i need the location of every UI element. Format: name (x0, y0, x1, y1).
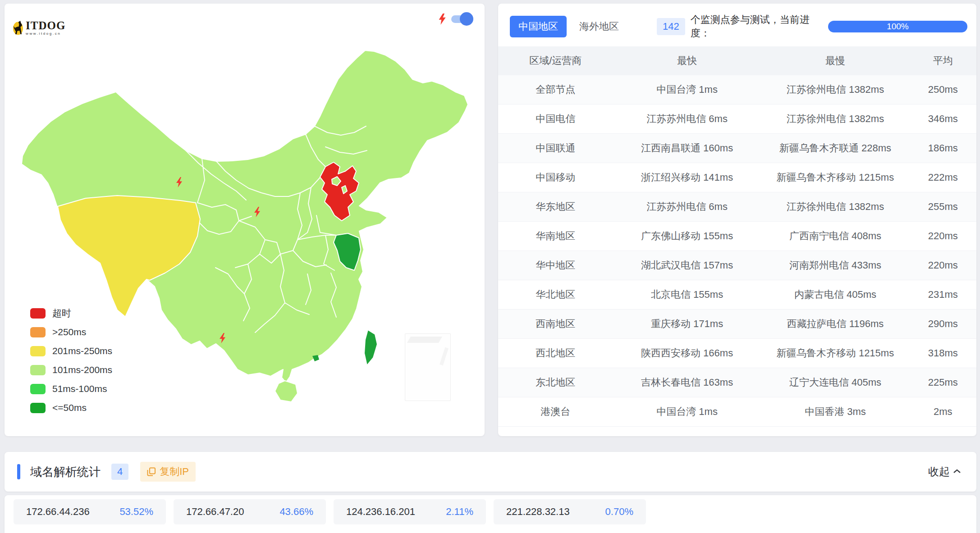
latency-table: 区域/运营商 最快 最慢 平均 全部节点 中国台湾 1ms 江苏徐州电信 138… (498, 46, 976, 427)
table-header: 区域/运营商 最快 最慢 平均 (498, 46, 976, 75)
table-row: 西北地区 陕西西安移动 166ms 新疆乌鲁木齐移动 1215ms 318ms (498, 339, 976, 368)
legend-swatch (30, 308, 46, 319)
legend-swatch (30, 384, 46, 394)
ip-address: 221.228.32.13 (506, 506, 570, 518)
cell-average: 250ms (909, 84, 976, 96)
map-region-taiwan (364, 330, 377, 365)
ip-item: 172.66.44.236 53.52% (14, 499, 166, 524)
copy-ip-label: 复制IP (160, 465, 189, 478)
cell-slowest: 河南郑州电信 433ms (761, 259, 910, 272)
map-panel: ITDOG www.itdog.cn (5, 4, 485, 436)
cell-slowest: 西藏拉萨电信 1196ms (761, 317, 910, 331)
tabs-row: 中国地区 海外地区 142 个监测点参与测试，当前进度： 100% (498, 4, 976, 38)
table-row: 西南地区 重庆移动 171ms 西藏拉萨电信 1196ms 290ms (498, 310, 976, 339)
cell-fastest: 吉林长春电信 163ms (613, 376, 761, 389)
cell-average: 290ms (909, 318, 976, 330)
ip-list-panel: 172.66.44.236 53.52% 172.66.47.20 43.66%… (5, 495, 976, 533)
brand-name: ITDOG (26, 20, 65, 32)
tab-overseas[interactable]: 海外地区 (577, 16, 622, 37)
cell-average: 222ms (909, 172, 976, 183)
table-row: 华东地区 江苏苏州电信 6ms 江苏徐州电信 1382ms 255ms (498, 192, 976, 222)
cell-region: 华南地区 (498, 229, 613, 243)
itdog-dog-icon (13, 20, 24, 35)
ip-item: 221.228.32.13 0.70% (494, 499, 646, 524)
cell-average: 255ms (909, 201, 976, 213)
table-row: 华南地区 广东佛山移动 155ms 广西南宁电信 408ms 220ms (498, 222, 976, 251)
cell-region: 华北地区 (498, 288, 613, 301)
legend-label: <=50ms (52, 402, 87, 413)
table-row: 华北地区 北京电信 155ms 内蒙古电信 405ms 231ms (498, 280, 976, 310)
ip-item: 124.236.16.201 2.11% (334, 499, 486, 524)
cell-slowest: 辽宁大连电信 405ms (761, 376, 910, 389)
legend-label: 201ms-250ms (52, 346, 112, 356)
cell-fastest: 江苏苏州电信 6ms (613, 200, 761, 214)
dns-stats-panel: 域名解析统计 4 复制IP 收起 (5, 452, 976, 492)
map-mode-toggle[interactable] (451, 15, 472, 23)
tab-china[interactable]: 中国地区 (510, 16, 567, 37)
cell-slowest: 新疆乌鲁木齐联通 228ms (761, 141, 910, 155)
cell-slowest: 新疆乌鲁木齐移动 1215ms (761, 346, 910, 360)
cell-average: 220ms (909, 260, 976, 271)
cell-slowest: 江苏徐州电信 1382ms (761, 112, 910, 126)
copy-ip-button[interactable]: 复制IP (140, 462, 196, 482)
toggle-knob (460, 12, 473, 26)
legend-swatch (30, 327, 46, 337)
cell-average: 220ms (909, 230, 976, 242)
cell-fastest: 中国台湾 1ms (613, 405, 761, 419)
cell-slowest: 中国香港 3ms (761, 405, 910, 419)
cell-average: 225ms (909, 377, 976, 388)
map-region-hainan (275, 381, 298, 402)
cell-slowest: 江苏徐州电信 1382ms (761, 200, 910, 214)
results-panel: 中国地区 海外地区 142 个监测点参与测试，当前进度： 100% 区域/运营商… (498, 4, 976, 436)
monitor-count-badge: 142 (657, 18, 685, 35)
collapse-button[interactable]: 收起 (928, 465, 961, 479)
legend-item: 201ms-250ms (30, 346, 112, 356)
legend-item: >250ms (30, 327, 112, 337)
table-row: 东北地区 吉林长春电信 163ms 辽宁大连电信 405ms 225ms (498, 368, 976, 397)
cell-fastest: 江西南昌联通 160ms (613, 141, 761, 155)
cell-region: 西南地区 (498, 317, 613, 331)
dns-count-badge: 4 (111, 464, 128, 480)
legend-label: 51ms-100ms (52, 383, 107, 394)
collapse-label: 收起 (928, 465, 950, 479)
monitor-summary: 142 个监测点参与测试，当前进度： 100% (657, 13, 967, 40)
ip-address: 172.66.44.236 (26, 506, 90, 518)
header-average: 平均 (909, 54, 976, 68)
cell-fastest: 江苏苏州电信 6ms (613, 112, 761, 126)
legend-label: >250ms (52, 327, 86, 337)
cell-fastest: 浙江绍兴移动 141ms (613, 171, 761, 184)
progress-bar: 100% (828, 21, 967, 32)
dns-title: 域名解析统计 (30, 464, 101, 480)
cell-fastest: 广东佛山移动 155ms (613, 229, 761, 243)
legend-swatch (30, 403, 46, 413)
table-row: 华中地区 湖北武汉电信 157ms 河南郑州电信 433ms 220ms (498, 251, 976, 280)
table-row: 中国电信 江苏苏州电信 6ms 江苏徐州电信 1382ms 346ms (498, 105, 976, 134)
itdog-logo[interactable]: ITDOG www.itdog.cn (13, 20, 65, 36)
cell-region: 中国电信 (498, 112, 613, 126)
cell-slowest: 新疆乌鲁木齐移动 1215ms (761, 171, 910, 184)
cell-region: 中国联通 (498, 141, 613, 155)
cell-region: 东北地区 (498, 376, 613, 389)
cell-region: 港澳台 (498, 405, 613, 419)
cell-average: 318ms (909, 347, 976, 359)
ip-percent: 0.70% (605, 506, 633, 518)
legend-swatch (30, 346, 46, 356)
ip-item: 172.66.47.20 43.66% (174, 499, 326, 524)
ip-address: 172.66.47.20 (186, 506, 244, 518)
table-row: 港澳台 中国台湾 1ms 中国香港 3ms 2ms (498, 397, 976, 427)
ip-percent: 53.52% (119, 506, 153, 518)
cell-region: 中国移动 (498, 171, 613, 184)
cell-average: 2ms (909, 406, 976, 418)
copy-icon (147, 467, 156, 476)
legend-item: 超时 (30, 308, 112, 319)
table-row: 全部节点 中国台湾 1ms 江苏徐州电信 1382ms 250ms (498, 75, 976, 105)
chevron-up-icon (953, 469, 961, 475)
ip-percent: 2.11% (446, 506, 473, 518)
legend-item: 51ms-100ms (30, 383, 112, 394)
cell-average: 186ms (909, 142, 976, 154)
table-row: 中国联通 江西南昌联通 160ms 新疆乌鲁木齐联通 228ms 186ms (498, 134, 976, 163)
cell-average: 346ms (909, 113, 976, 125)
table-row: 中国移动 浙江绍兴移动 141ms 新疆乌鲁木齐移动 1215ms 222ms (498, 163, 976, 192)
cell-fastest: 重庆移动 171ms (613, 317, 761, 331)
cell-region: 全部节点 (498, 83, 613, 96)
